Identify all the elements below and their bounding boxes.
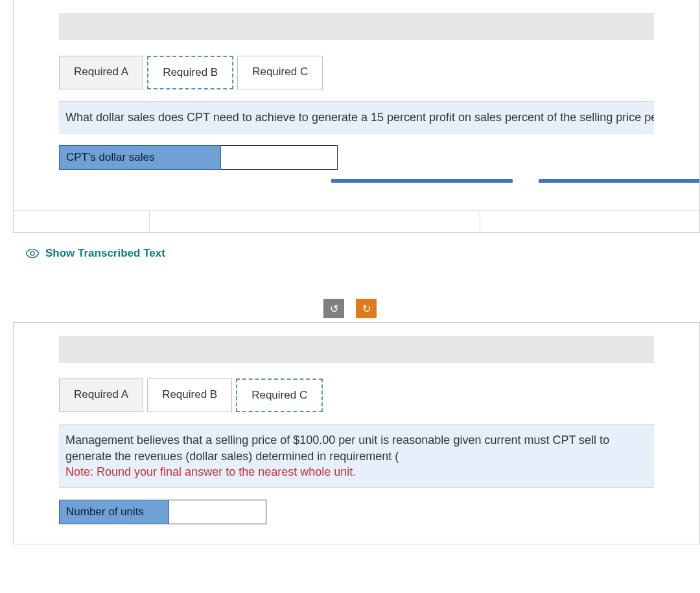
show-transcribed-link[interactable]: Show Transcribed Text — [26, 247, 700, 260]
instruction-main: Management believes that a selling price… — [65, 434, 609, 462]
question-panel-c: Required A Required B Required C Managem… — [13, 322, 700, 544]
svg-point-0 — [30, 251, 34, 255]
grey-band — [59, 13, 654, 40]
instruction-text: What dollar sales does CPT need to achie… — [59, 101, 654, 134]
tab-required-b[interactable]: Required B — [147, 378, 232, 412]
label-dollar-sales: CPT's dollar sales — [59, 145, 221, 170]
tab-required-c[interactable]: Required C — [236, 378, 323, 412]
input-units[interactable] — [169, 500, 266, 524]
question-panel-b: Required A Required B Required C What do… — [13, 0, 700, 233]
answer-row-dollar-sales: CPT's dollar sales — [59, 145, 654, 170]
input-dollar-sales[interactable] — [221, 145, 338, 170]
redo-icon: ↻ — [362, 303, 371, 315]
undo-icon: ↺ — [330, 303, 338, 315]
nav-hint-bars — [59, 179, 654, 184]
label-units: Number of units — [59, 500, 169, 524]
undo-redo-row: ↺ ↻ — [0, 299, 700, 318]
undo-button[interactable]: ↺ — [323, 299, 344, 318]
eye-icon — [26, 247, 39, 260]
answer-row-units: Number of units — [59, 500, 654, 524]
tab-required-b[interactable]: Required B — [147, 56, 233, 89]
hint-bar-right — [539, 179, 700, 183]
instruction-text: Management believes that a selling price… — [59, 424, 654, 488]
tabs-row: Required A Required B Required C — [59, 56, 699, 89]
show-transcribed-label: Show Transcribed Text — [45, 247, 165, 260]
tab-required-a[interactable]: Required A — [59, 56, 143, 89]
divider-seg — [150, 211, 480, 233]
divider-seg — [480, 211, 699, 233]
divider-seg — [14, 211, 150, 233]
grey-band — [59, 336, 654, 363]
redo-button[interactable]: ↻ — [356, 299, 377, 318]
hint-bar-left — [331, 179, 513, 183]
tabs-row: Required A Required B Required C — [59, 378, 699, 412]
bottom-divider — [14, 210, 699, 232]
tab-required-a[interactable]: Required A — [59, 378, 143, 412]
instruction-note: Note: Round your final answer to the nea… — [65, 465, 356, 478]
tab-required-c[interactable]: Required C — [237, 56, 323, 89]
